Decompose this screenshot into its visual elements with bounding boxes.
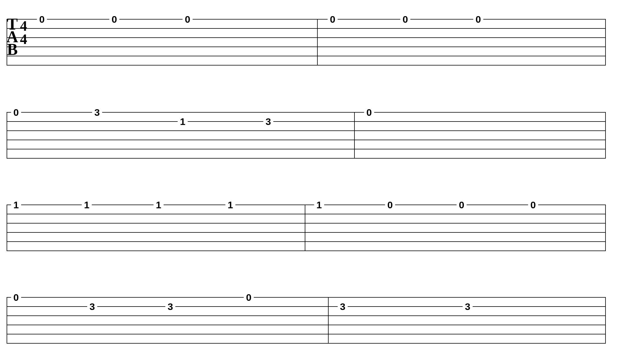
string-line [7,214,605,214]
bar-line [605,205,606,251]
bar-line [7,297,7,344]
fret-number: 0 [244,292,254,302]
fret-number: 1 [154,200,164,210]
fret-number: 0 [385,200,395,210]
bar-line [605,297,606,344]
string-line [7,65,605,66]
fret-number: 3 [338,302,348,311]
bar-line [605,19,606,66]
fret-number: 0 [11,292,21,302]
string-line [7,121,605,122]
fret-number: 0 [37,14,47,24]
string-line [7,297,605,298]
fret-number: 1 [225,200,236,210]
string-line [7,158,605,159]
fret-number: 0 [528,200,538,210]
bar-line [317,19,318,66]
string-line [7,37,605,38]
string-line [7,19,605,20]
string-line [7,47,605,47]
string-line [7,223,605,224]
fret-number: 0 [364,107,374,117]
string-line [7,343,605,344]
tab-sheet: TAB440000000313011111000033033 [0,0,619,364]
string-line [7,28,605,29]
fret-number: 3 [92,107,102,117]
string-line [7,251,605,251]
fret-number: 1 [178,117,188,126]
fret-number: 3 [165,302,176,311]
string-line [7,130,605,131]
bar-line [605,112,606,159]
string-line [7,315,605,316]
string-line [7,140,605,140]
fret-number: 3 [463,302,473,311]
string-line [7,241,605,242]
string-line [7,149,605,149]
tab-clef-letter: B [7,41,18,57]
fret-number: 3 [87,302,97,311]
fret-number: 0 [11,107,21,117]
string-line [7,56,605,56]
bar-line [305,205,305,251]
bar-line [354,112,355,159]
fret-number: 3 [263,117,273,126]
fret-number: 0 [400,14,410,24]
string-line [7,232,605,233]
fret-number: 1 [11,200,21,210]
bar-line [7,112,7,159]
bar-line [7,205,7,251]
string-line [7,205,605,205]
fret-number: 0 [457,200,467,210]
fret-number: 0 [183,14,193,24]
fret-number: 0 [473,14,483,24]
fret-number: 1 [82,200,92,210]
string-line [7,325,605,325]
time-sig-bottom: 4 [20,32,27,46]
string-line [7,334,605,334]
fret-number: 0 [109,14,119,24]
bar-line [328,297,329,344]
fret-number: 0 [328,14,338,24]
fret-number: 1 [314,200,324,210]
